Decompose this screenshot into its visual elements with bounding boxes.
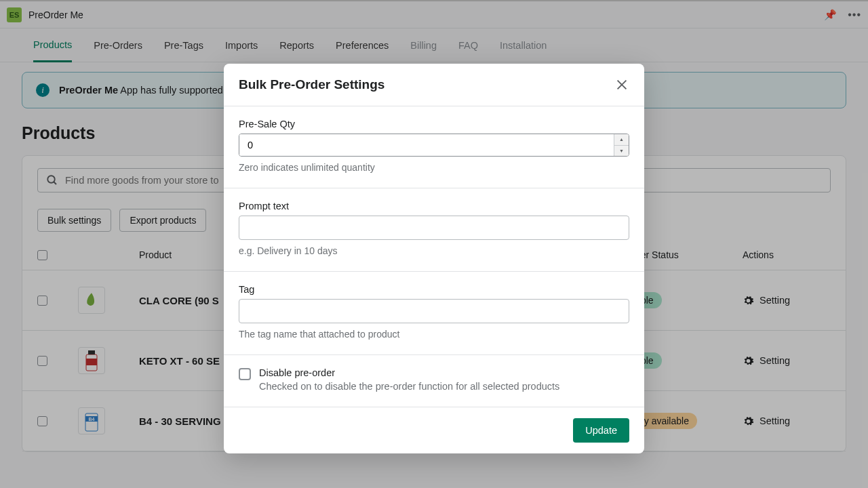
- disable-checkbox[interactable]: [239, 368, 251, 380]
- prompt-input[interactable]: [239, 216, 629, 240]
- qty-hint: Zero indicates unlimited quantity: [239, 162, 629, 173]
- qty-label: Pre-Sale Qty: [239, 119, 629, 129]
- disable-texts: Disable pre-order Checked on to disable …: [259, 367, 629, 392]
- disable-row: Disable pre-order Checked on to disable …: [239, 367, 629, 392]
- close-icon[interactable]: [614, 77, 629, 92]
- disable-label: Disable pre-order: [259, 367, 629, 378]
- disable-desc: Checked on to disable the pre-order func…: [259, 381, 629, 392]
- modal-footer: Update: [224, 407, 644, 453]
- prompt-section: Prompt text e.g. Delivery in 10 days: [224, 188, 644, 271]
- tag-label: Tag: [239, 284, 629, 295]
- modal-title: Bulk Pre-Order Settings: [239, 77, 384, 92]
- modal-header: Bulk Pre-Order Settings: [224, 64, 644, 106]
- bulk-settings-modal: Bulk Pre-Order Settings Pre-Sale Qty ▲ ▼…: [224, 64, 644, 453]
- qty-down-button[interactable]: ▼: [614, 145, 629, 157]
- prompt-label: Prompt text: [239, 201, 629, 211]
- tag-input[interactable]: [239, 299, 629, 323]
- qty-input[interactable]: [239, 134, 614, 156]
- tag-hint: The tag name that attached to product: [239, 329, 629, 340]
- qty-input-wrap: ▲ ▼: [239, 134, 629, 157]
- prompt-hint: e.g. Delivery in 10 days: [239, 245, 629, 256]
- update-button[interactable]: Update: [573, 418, 629, 443]
- qty-spinner: ▲ ▼: [614, 134, 629, 156]
- qty-section: Pre-Sale Qty ▲ ▼ Zero indicates unlimite…: [224, 106, 644, 188]
- qty-up-button[interactable]: ▲: [614, 134, 629, 145]
- tag-section: Tag The tag name that attached to produc…: [224, 271, 644, 354]
- disable-section: Disable pre-order Checked on to disable …: [224, 354, 644, 407]
